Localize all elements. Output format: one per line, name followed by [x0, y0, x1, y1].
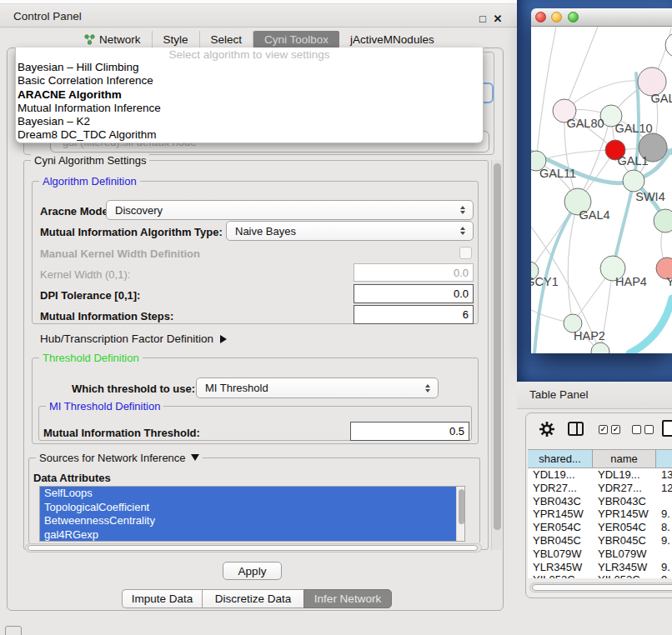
- hub-definition-disclosure[interactable]: Hub/Transcription Factor Definition: [40, 332, 227, 345]
- algorithm-definition-label: Algorithm Definition: [39, 175, 140, 188]
- network-node[interactable]: [665, 32, 672, 58]
- algorithm-item-mutual-information-inference[interactable]: Mutual Information Inference: [16, 102, 483, 115]
- tab-label: Cyni Toolbox: [264, 33, 328, 46]
- table-header-row: shared...nameA: [528, 449, 672, 468]
- table-toolbar: ✓ ✓: [526, 418, 672, 447]
- split-columns-icon[interactable]: [568, 422, 584, 436]
- attribute-item-selfloops[interactable]: SelfLoops: [40, 487, 464, 501]
- network-node[interactable]: [591, 342, 609, 353]
- which-threshold-combo[interactable]: MI Threshold: [196, 378, 439, 398]
- bottom-tab-discretize-data[interactable]: Discretize Data: [202, 589, 303, 608]
- dock-icon[interactable]: [5, 626, 22, 635]
- algorithm-dropdown-list: Bayesian – Hill ClimbingBasic Correlatio…: [16, 61, 483, 142]
- minimize-traffic-light-icon[interactable]: [551, 12, 562, 22]
- algorithm-item-aracne-algorithm[interactable]: ARACNE Algorithm: [16, 88, 483, 102]
- checked-checkbox-icon[interactable]: ✓: [599, 425, 608, 434]
- disclosure-right-icon[interactable]: [220, 335, 227, 343]
- table-cell: YIL052C: [593, 573, 656, 578]
- table-cell: 9.: [656, 561, 672, 574]
- document-icon[interactable]: [662, 420, 672, 437]
- table-cell: YIL052C: [528, 573, 593, 578]
- bottom-tab-infer-network[interactable]: Infer Network: [303, 589, 392, 608]
- manual-kernel-checkbox[interactable]: [459, 247, 472, 259]
- algorithm-dropdown-popup: Select algorithm to view settings Bayesi…: [15, 48, 484, 143]
- mi-threshold-field[interactable]: 0.5: [350, 422, 469, 441]
- node-label-gcy1: GCY1: [531, 275, 559, 288]
- settings-scrollbar-thumb[interactable]: [494, 163, 501, 530]
- hub-definition-label: Hub/Transcription Factor Definition: [40, 332, 213, 345]
- aracne-mode-combo[interactable]: Discovery: [106, 200, 474, 220]
- attribute-item-topologicalcoefficient[interactable]: TopologicalCoefficient: [40, 501, 464, 515]
- table-row[interactable]: YBL079WYBL079W: [528, 548, 672, 561]
- float-window-icon[interactable]: □: [476, 12, 489, 26]
- algorithm-item-basic-correlation-inference[interactable]: Basic Correlation Inference: [16, 74, 483, 88]
- which-threshold-value: MI Threshold: [205, 382, 268, 394]
- table-cell: YLR345W: [593, 561, 656, 574]
- dpi-tolerance-field[interactable]: 0.0: [354, 284, 474, 303]
- data-attributes-list: SelfLoopsTopologicalCoefficientBetweenne…: [39, 486, 465, 542]
- algorithm-item-dream8-dc-tdc-algorithm[interactable]: Dream8 DC_TDC Algorithm: [16, 128, 483, 142]
- combo-arrows-icon: [460, 206, 465, 214]
- combo-arrows-icon: [460, 227, 465, 235]
- checked-checkbox-icon[interactable]: ✓: [611, 425, 620, 434]
- disclosure-down-icon[interactable]: [191, 454, 199, 461]
- column-header-a[interactable]: A: [656, 450, 672, 468]
- tab-cyni-toolbox[interactable]: Cyni Toolbox: [253, 31, 339, 48]
- tab-jactivemnodules[interactable]: jActiveMNodules: [339, 31, 445, 48]
- mi-type-value: Naive Bayes: [235, 225, 296, 238]
- apply-button[interactable]: Apply: [223, 562, 282, 580]
- mi-type-combo[interactable]: Naive Bayes: [226, 221, 474, 241]
- network-node[interactable]: [654, 209, 672, 232]
- table-cell: 9.: [656, 534, 672, 548]
- aracne-mode-label: Aracne Mode:: [40, 205, 112, 218]
- network-edge: [536, 27, 556, 161]
- node-label-swi4: SWI4: [635, 190, 664, 203]
- kernel-width-field[interactable]: 0.0: [354, 263, 474, 282]
- table-hscrollbar[interactable]: [529, 582, 672, 592]
- tab-label: Style: [163, 33, 188, 46]
- control-panel-title: Control Panel: [13, 10, 82, 22]
- settings-hscrollbar-thumb[interactable]: [28, 545, 478, 551]
- table-row[interactable]: YDR27...YDR27...12: [528, 482, 672, 495]
- network-canvas[interactable]: GALGAL80GAL10GAL1GAL11SWI4GAL4GCY1HAP4YH…: [531, 27, 672, 353]
- attribute-item-betweennesscentrality[interactable]: BetweennessCentrality: [40, 514, 464, 528]
- bottom-tab-impute-data[interactable]: Impute Data: [122, 589, 202, 608]
- column-header-shared[interactable]: shared...: [528, 450, 593, 468]
- algorithm-item-bayesian-hill-climbing[interactable]: Bayesian – Hill Climbing: [16, 61, 483, 74]
- sources-group-label[interactable]: Sources for Network Inference: [36, 452, 203, 464]
- attribute-list-scrollbar[interactable]: [456, 487, 464, 541]
- close-window-icon[interactable]: ✕: [491, 12, 504, 26]
- network-edge: [629, 298, 672, 353]
- zoom-traffic-light-icon[interactable]: [568, 12, 579, 22]
- table-row[interactable]: YER054CYER054C8.: [528, 521, 672, 534]
- table-hscrollbar-thumb[interactable]: [532, 584, 672, 591]
- sources-title: Sources for Network Inference: [39, 452, 186, 464]
- unchecked-checkbox-icon[interactable]: [632, 425, 641, 434]
- table-row[interactable]: YBR043CYBR043C: [528, 495, 672, 508]
- gear-icon[interactable]: [538, 420, 556, 438]
- attribute-item-gal4rgexp[interactable]: gal4RGexp: [40, 528, 464, 542]
- algorithm-item-bayesian-k2[interactable]: Bayesian – K2: [16, 115, 483, 128]
- aracne-mode-value: Discovery: [115, 204, 163, 217]
- settings-hscrollbar[interactable]: [25, 543, 482, 552]
- node-label-gal80: GAL80: [566, 117, 604, 130]
- table-row[interactable]: YIL052CYIL052C9: [528, 573, 672, 578]
- tab-network[interactable]: Network: [73, 31, 153, 48]
- network-window-titlebar[interactable]: [531, 8, 672, 27]
- cyni-algorithm-settings-label: Cyni Algorithm Settings: [31, 154, 149, 167]
- attribute-list-scrollbar-thumb[interactable]: [459, 489, 464, 524]
- column-header-name[interactable]: name: [593, 450, 656, 468]
- unchecked-checkbox-icon[interactable]: [644, 425, 654, 434]
- close-traffic-light-icon[interactable]: [535, 12, 546, 22]
- mi-steps-label: Mutual Information Steps:: [40, 310, 173, 322]
- table-row[interactable]: YPR145WYPR145W9.: [528, 508, 672, 521]
- network-node-swi4[interactable]: [623, 170, 644, 192]
- table-row[interactable]: YDL19...YDL19...13: [528, 468, 672, 482]
- settings-scrollbar[interactable]: [491, 160, 502, 550]
- table-row[interactable]: YBR045CYBR045C9.: [528, 534, 672, 548]
- table-cell: YBR043C: [528, 495, 593, 508]
- tab-style[interactable]: Style: [153, 31, 200, 48]
- mi-steps-field[interactable]: 6: [354, 305, 474, 324]
- tab-select[interactable]: Select: [200, 31, 254, 48]
- table-row[interactable]: YLR345WYLR345W9.: [528, 561, 672, 574]
